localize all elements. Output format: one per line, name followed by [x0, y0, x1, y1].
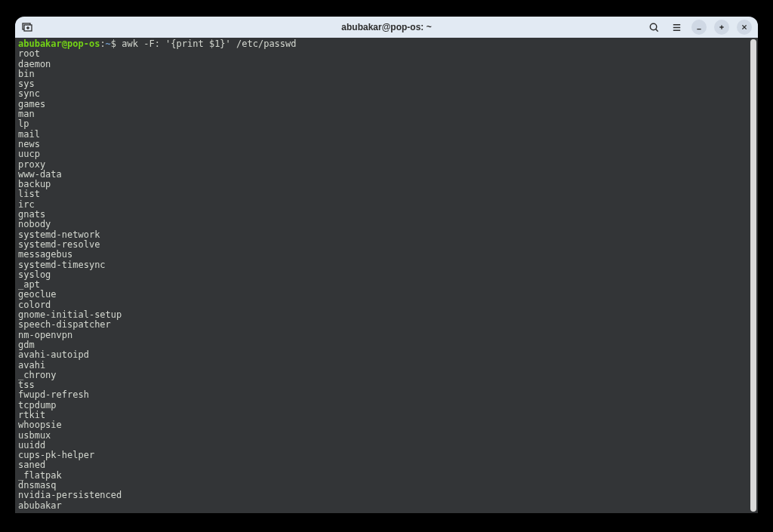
output-line: systemd-network	[18, 229, 100, 240]
output-line: daemon	[18, 59, 51, 69]
output-line: proxy	[18, 159, 45, 170]
scrollbar[interactable]	[750, 39, 756, 512]
output-line: abubakar	[18, 500, 62, 511]
output-line: _flatpak	[18, 470, 62, 481]
output-line: speech-dispatcher	[18, 319, 111, 330]
search-icon[interactable]	[646, 20, 661, 35]
output-line: whoopsie	[18, 420, 62, 430]
output-line: gdm	[18, 340, 35, 350]
titlebar-left	[21, 21, 33, 33]
output-line: irc	[18, 199, 35, 210]
output-line: nobody	[18, 219, 51, 229]
output-line: sync	[18, 88, 40, 99]
window-title: abubakar@pop-os: ~	[341, 22, 431, 32]
output-line: sys	[18, 78, 35, 89]
terminal-content: abubakar@pop-os:~$ awk -F: '{print $1}' …	[18, 39, 755, 511]
output-line: saned	[18, 460, 45, 470]
titlebar-right	[646, 20, 752, 35]
output-line: mail	[18, 129, 40, 140]
output-line: systemd-resolve	[18, 239, 100, 250]
output-line: avahi	[18, 360, 45, 371]
output-line: root	[18, 48, 40, 59]
output-line: bin	[18, 69, 35, 79]
output-line: gnats	[18, 209, 45, 220]
output-container: root daemon bin sys sync games man lp ma…	[18, 49, 755, 511]
output-line: tss	[18, 380, 35, 390]
output-line: uuidd	[18, 440, 45, 451]
titlebar: abubakar@pop-os: ~	[15, 17, 758, 38]
output-line: www-data	[18, 169, 62, 180]
output-line: rtkit	[18, 410, 45, 420]
terminal-body[interactable]: abubakar@pop-os:~$ awk -F: '{print $1}' …	[15, 38, 758, 513]
maximize-button[interactable]	[714, 20, 729, 35]
output-line: colord	[18, 300, 51, 310]
output-line: backup	[18, 179, 51, 189]
output-line: lp	[18, 118, 29, 129]
output-line: nm-openvpn	[18, 330, 72, 340]
output-line: geoclue	[18, 289, 57, 300]
output-line: syslog	[18, 269, 51, 280]
output-line: gnome-initial-setup	[18, 309, 122, 320]
close-button[interactable]	[737, 20, 752, 35]
output-line: messagebus	[18, 249, 72, 260]
output-line: tcpdump	[18, 400, 57, 411]
output-line: fwupd-refresh	[18, 389, 89, 400]
output-line: man	[18, 109, 35, 119]
output-line: list	[18, 189, 40, 199]
output-line: _chrony	[18, 370, 57, 380]
svg-line-5	[655, 29, 658, 31]
output-line: usbmux	[18, 430, 51, 441]
output-line: games	[18, 99, 45, 109]
output-line: systemd-timesync	[18, 260, 106, 270]
prompt-path: ~	[106, 38, 111, 49]
terminal-window: abubakar@pop-os: ~	[15, 17, 758, 513]
output-line: nvidia-persistenced	[18, 490, 122, 500]
output-line: uucp	[18, 149, 40, 159]
minimize-button[interactable]	[691, 20, 707, 35]
menu-icon[interactable]	[669, 20, 684, 35]
output-line: news	[18, 139, 40, 149]
prompt-symbol: $	[111, 38, 116, 49]
output-line: cups-pk-helper	[18, 450, 94, 460]
command-value: awk -F: '{print $1}' /etc/passwd	[122, 38, 296, 49]
command-text: awk -F: '{print $1}' /etc/passwd	[116, 38, 296, 49]
prompt-user-host: abubakar@pop-os	[18, 38, 100, 49]
prompt-separator: :	[100, 38, 105, 49]
new-tab-icon[interactable]	[21, 21, 33, 33]
output-line: avahi-autoipd	[18, 349, 89, 360]
output-line: dnsmasq	[18, 480, 57, 490]
output-line: _apt	[18, 279, 40, 290]
svg-point-4	[650, 23, 656, 29]
